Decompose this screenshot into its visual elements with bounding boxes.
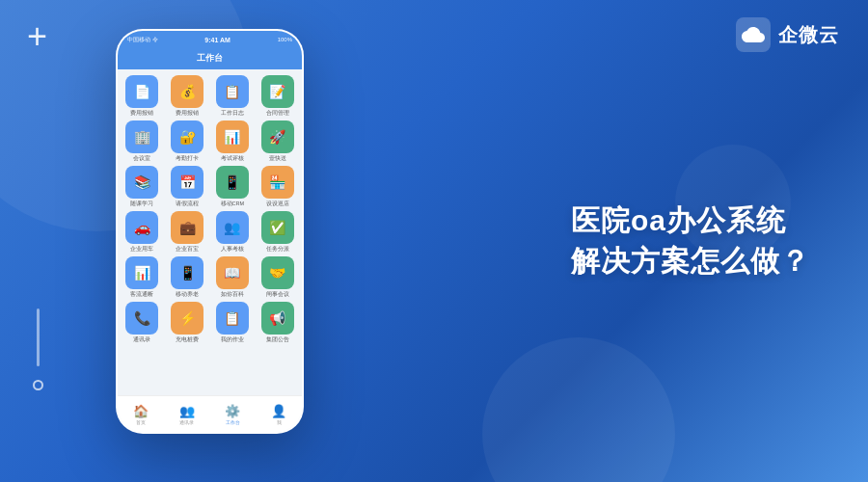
icon-label: 壹快送 <box>269 155 286 162</box>
phone-mockup: 中国移动 令 9:41 AM 100% 工作台 📄 费用报销 💰 <box>116 29 304 434</box>
icon-label: 集团公告 <box>266 336 289 343</box>
nav-icon: 👥 <box>179 404 195 418</box>
icon-box: 📖 <box>216 256 249 289</box>
nav-label: 我 <box>277 419 282 425</box>
icon-item[interactable]: 📝 合同管理 <box>257 75 298 117</box>
icon-label: 设设巡店 <box>266 201 289 207</box>
icon-item[interactable]: 📞 通讯录 <box>122 302 163 343</box>
icon-item[interactable]: 📚 随课学习 <box>122 166 163 207</box>
icon-label: 考勤打卡 <box>176 155 199 162</box>
icon-label: 考试评核 <box>221 155 244 162</box>
icon-box: 💼 <box>171 211 203 244</box>
icon-item[interactable]: 📢 集团公告 <box>257 302 298 343</box>
nav-item[interactable]: 👥 通讯录 <box>164 396 210 432</box>
icon-item[interactable]: 📄 费用报销 <box>122 75 163 117</box>
icon-label: 闸事会议 <box>266 291 289 298</box>
icon-box: 🚗 <box>125 211 158 244</box>
icon-item[interactable]: 🚀 壹快送 <box>257 120 298 162</box>
brand-icon <box>736 17 771 52</box>
icon-box: 📊 <box>216 120 249 153</box>
nav-item[interactable]: ⚙️ 工作台 <box>210 396 257 432</box>
icon-box: 🤝 <box>261 256 294 289</box>
nav-item[interactable]: 🏠 首页 <box>118 396 164 432</box>
icon-box: 📋 <box>216 75 249 108</box>
icon-item[interactable]: 📋 我的作业 <box>212 302 254 343</box>
icon-label: 费用报销 <box>130 110 153 117</box>
icon-label: 任务分派 <box>266 246 289 253</box>
deco-line-vertical <box>37 308 40 366</box>
icon-label: 请假流程 <box>176 201 199 207</box>
icon-label: 工作日志 <box>221 110 244 117</box>
icon-box: 🏪 <box>261 166 294 199</box>
icon-label: 通讯录 <box>133 336 150 343</box>
icon-item[interactable]: 💰 费用报销 <box>167 75 208 117</box>
app-header-title: 工作台 <box>118 52 302 65</box>
icon-label: 合同管理 <box>266 110 289 117</box>
nav-icon: 👤 <box>271 404 286 418</box>
icon-box: 📢 <box>261 302 294 335</box>
main-title-line1: 医院oa办公系统 <box>571 201 810 241</box>
icon-item[interactable]: ⚡ 充电桩费 <box>167 302 208 343</box>
icon-box: 📞 <box>125 302 158 335</box>
deco-dot <box>33 380 43 390</box>
bg-circle-medium <box>482 337 675 482</box>
icon-label: 我的作业 <box>221 336 244 343</box>
icon-label: 企业百宝 <box>176 246 199 253</box>
icon-item[interactable]: 📅 请假流程 <box>167 166 208 207</box>
icon-label: 客流通断 <box>130 291 153 298</box>
icon-item[interactable]: 🤝 闸事会议 <box>257 256 298 298</box>
nav-label: 首页 <box>136 419 146 425</box>
icon-label: 会议室 <box>133 155 150 162</box>
icon-item[interactable]: 💼 企业百宝 <box>167 211 208 253</box>
phone-outer: 中国移动 令 9:41 AM 100% 工作台 📄 费用报销 💰 <box>116 29 304 434</box>
app-content: 📄 费用报销 💰 费用报销 📋 工作日志 📝 合同管理 🏢 会议室 <box>118 69 302 395</box>
plus-icon: + <box>27 19 47 54</box>
brand-logo: 企微云 <box>736 17 839 52</box>
icon-grid: 📄 费用报销 💰 费用报销 📋 工作日志 📝 合同管理 🏢 会议室 <box>122 75 298 343</box>
icon-label: 企业用车 <box>130 246 153 253</box>
icon-label: 充电桩费 <box>176 336 199 343</box>
main-title-line2: 解决方案怎么做？ <box>571 241 810 281</box>
nav-item[interactable]: 👤 我 <box>256 396 302 432</box>
icon-box: 📊 <box>125 256 158 289</box>
cloud-icon <box>742 23 765 46</box>
nav-icon: ⚙️ <box>225 404 240 418</box>
icon-item[interactable]: 👥 人事考核 <box>212 211 254 253</box>
icon-box: 📚 <box>125 166 158 199</box>
icon-box: 📝 <box>261 75 294 108</box>
icon-item[interactable]: ✅ 任务分派 <box>257 211 298 253</box>
main-text-area: 医院oa办公系统 解决方案怎么做？ <box>571 201 810 281</box>
icon-item[interactable]: 📊 考试评核 <box>212 120 254 162</box>
icon-box: 🔐 <box>171 120 203 153</box>
icon-box: ⚡ <box>171 302 203 335</box>
icon-box: 📱 <box>171 256 203 289</box>
icon-box: 🚀 <box>261 120 294 153</box>
status-time: 9:41 AM <box>204 37 231 43</box>
icon-item[interactable]: 📱 移动CRM <box>212 166 254 207</box>
status-carrier: 中国移动 令 <box>127 36 158 44</box>
icon-label: 随课学习 <box>130 201 153 207</box>
icon-box: ✅ <box>261 211 294 244</box>
icon-item[interactable]: 🔐 考勤打卡 <box>167 120 208 162</box>
icon-item[interactable]: 🚗 企业用车 <box>122 211 163 253</box>
icon-label: 移动CRM <box>221 201 245 207</box>
icon-item[interactable]: 📊 客流通断 <box>122 256 163 298</box>
bottom-nav: 🏠 首页 👥 通讯录 ⚙️ 工作台 👤 我 <box>118 395 302 432</box>
icon-box: 👥 <box>216 211 249 244</box>
icon-item[interactable]: 📖 如你百科 <box>212 256 254 298</box>
icon-item[interactable]: 📋 工作日志 <box>212 75 254 117</box>
icon-item[interactable]: 📱 移动养老 <box>167 256 208 298</box>
phone-inner: 中国移动 令 9:41 AM 100% 工作台 📄 费用报销 💰 <box>118 31 302 432</box>
icon-item[interactable]: 🏢 会议室 <box>122 120 163 162</box>
icon-label: 移动养老 <box>176 291 199 298</box>
icon-box: 📅 <box>171 166 203 199</box>
brand-name: 企微云 <box>778 22 839 48</box>
icon-label: 人事考核 <box>221 246 244 253</box>
app-header: 工作台 <box>118 48 302 69</box>
nav-label: 工作台 <box>226 419 240 425</box>
icon-item[interactable]: 🏪 设设巡店 <box>257 166 298 207</box>
icon-label: 如你百科 <box>221 291 244 298</box>
status-battery: 100% <box>278 37 292 42</box>
icon-box: 💰 <box>171 75 203 108</box>
icon-box: 📱 <box>216 166 249 199</box>
